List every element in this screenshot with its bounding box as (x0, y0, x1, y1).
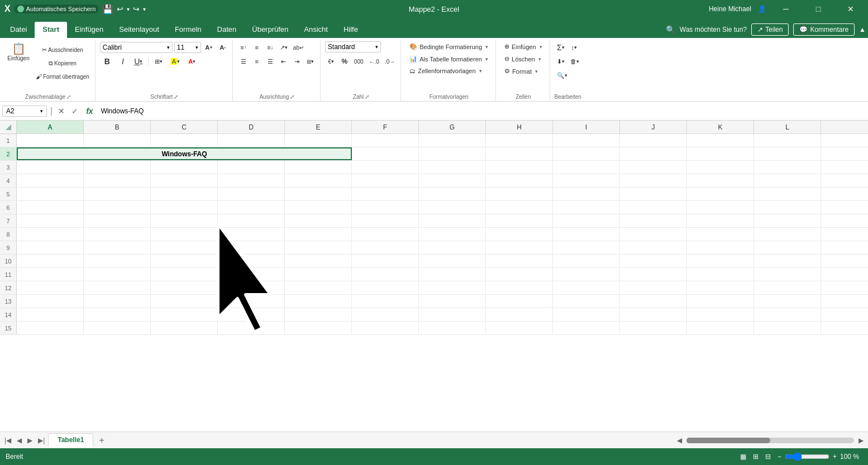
italic-button[interactable]: I (116, 55, 130, 68)
zahl-expand-icon[interactable]: ⤢ (365, 94, 369, 100)
ribbon-collapse-icon[interactable]: ▲ (859, 26, 866, 33)
row-number-2[interactable]: 2 (0, 147, 17, 160)
align-left-button[interactable]: ☰ (237, 55, 250, 68)
cell-h2[interactable] (486, 147, 553, 160)
increase-decimal-button[interactable]: ←.0 (367, 55, 381, 68)
summe-button[interactable]: Σ▾ (555, 41, 567, 54)
zoom-in-button[interactable]: + (833, 453, 837, 461)
save-icon[interactable]: 💾 (102, 4, 113, 15)
cell-j2[interactable] (620, 147, 687, 160)
row-number-5[interactable]: 5 (0, 188, 17, 200)
undo-icon[interactable]: ↩ (117, 4, 123, 13)
tab-datei[interactable]: Datei (2, 22, 35, 38)
increase-font-size-button[interactable]: A+ (203, 41, 215, 54)
borders-button[interactable]: ⊞▾ (151, 55, 166, 68)
font-size-dropdown[interactable]: 11 ▾ (174, 42, 201, 53)
row-number-10[interactable]: 10 (0, 255, 17, 267)
format-uebertragen-button[interactable]: 🖌 Format übertragen (34, 70, 92, 83)
zwischenablage-expand-icon[interactable]: ⤢ (66, 94, 71, 100)
cell-h1[interactable] (486, 134, 553, 147)
row-number-14[interactable]: 14 (0, 308, 17, 321)
col-header-j[interactable]: J (620, 121, 687, 133)
cell-k1[interactable] (687, 134, 754, 147)
search-label[interactable]: Was möchten Sie tun? (680, 26, 747, 33)
minimize-button[interactable]: ─ (773, 0, 799, 18)
layout-preview-icon[interactable]: ⊟ (765, 453, 771, 461)
row-number-12[interactable]: 12 (0, 281, 17, 294)
als-tabelle-formatieren-button[interactable]: 📊 Als Tabelle formatieren ▾ (406, 54, 492, 64)
cell-c1[interactable] (151, 134, 218, 147)
sheet-nav-prev[interactable]: ◀ (15, 435, 24, 445)
sheet-nav-last[interactable]: ▶| (36, 435, 47, 445)
kopieren-button[interactable]: ⧉ Kopieren (34, 57, 92, 69)
cell-f2[interactable] (352, 147, 419, 160)
tab-einfuegen[interactable]: Einfügen (67, 22, 111, 38)
number-format-dropdown[interactable]: Standard ▾ (325, 41, 381, 52)
col-header-l[interactable]: L (754, 121, 821, 133)
cell-i1[interactable] (553, 134, 620, 147)
cell-a3[interactable] (17, 161, 84, 174)
format-button[interactable]: ⚙ Format ▾ (500, 66, 542, 76)
tab-seitenlayout[interactable]: Seitenlayout (111, 22, 167, 38)
decrease-decimal-button[interactable]: .0→ (383, 55, 397, 68)
row-number-3[interactable]: 3 (0, 161, 17, 174)
decrease-font-size-button[interactable]: A- (217, 41, 229, 54)
einfuegen-button[interactable]: 📋 Einfügen (4, 41, 32, 63)
zellen-einfuegen-button[interactable]: ⊕ Einfügen ▾ (500, 41, 546, 52)
horizontal-scrollbar-thumb[interactable] (686, 438, 770, 443)
loeschen-bearbeiten-button[interactable]: 🗑▾ (568, 55, 581, 68)
tab-hilfe[interactable]: Hilfe (336, 22, 366, 38)
row-number-11[interactable]: 11 (0, 268, 17, 281)
confirm-formula-button[interactable]: ✓ (69, 106, 80, 117)
ausschneiden-button[interactable]: ✂ Ausschneiden (34, 44, 92, 56)
align-top-button[interactable]: ≡↑ (237, 41, 250, 54)
restore-button[interactable]: □ (805, 0, 831, 18)
sortieren-button[interactable]: ↕▾ (568, 41, 580, 54)
row-number-4[interactable]: 4 (0, 174, 17, 187)
col-header-e[interactable]: E (285, 121, 352, 133)
cell-d1[interactable] (218, 134, 285, 147)
close-button[interactable]: ✕ (838, 0, 864, 18)
font-color-button[interactable]: A▾ (184, 55, 200, 68)
cell-b1[interactable] (84, 134, 151, 147)
row-number-9[interactable]: 9 (0, 241, 17, 254)
indent-decrease-button[interactable]: ⇤ (278, 55, 290, 68)
row-number-7[interactable]: 7 (0, 214, 17, 227)
cell-e1[interactable] (285, 134, 352, 147)
fill-button[interactable]: ⬇▾ (555, 55, 567, 68)
cell-j1[interactable] (620, 134, 687, 147)
cell-g1[interactable] (419, 134, 486, 147)
zoom-level[interactable]: 100 % (840, 453, 862, 461)
cell-k2[interactable] (687, 147, 754, 160)
align-middle-button[interactable]: ≡ (251, 41, 263, 54)
text-direction-button[interactable]: ↗▾ (278, 41, 290, 54)
align-bottom-button[interactable]: ≡↓ (264, 41, 276, 54)
ausrichtung-expand-icon[interactable]: ⤢ (290, 94, 294, 100)
row-number-1[interactable]: 1 (0, 134, 17, 147)
tab-ueberpruefen[interactable]: Überprüfen (244, 22, 296, 38)
quick-access-more-icon[interactable]: ▾ (143, 6, 146, 12)
sheet-nav-first[interactable]: |◀ (2, 435, 13, 445)
layout-normal-icon[interactable]: ▦ (740, 453, 746, 461)
cell-i2[interactable] (553, 147, 620, 160)
col-header-b[interactable]: B (84, 121, 151, 133)
user-profile-icon[interactable]: 👤 (758, 5, 766, 13)
grid-container[interactable]: 1 2 Windows-FAQ (0, 134, 868, 432)
redo-icon[interactable]: ↪ (133, 4, 140, 13)
fill-color-button[interactable]: A▾ (168, 55, 183, 68)
teilen-button[interactable]: ↗ Teilen (751, 23, 789, 36)
tab-ansicht[interactable]: Ansicht (296, 22, 336, 38)
indent-increase-button[interactable]: ⇥ (291, 55, 303, 68)
row-number-6[interactable]: 6 (0, 201, 17, 214)
wrap-text-button[interactable]: ab↵ (291, 41, 306, 54)
zellenformatvorlagen-button[interactable]: 🗂 Zellenformatvorlagen ▾ (406, 66, 485, 76)
suchen-button[interactable]: 🔍▾ (555, 69, 570, 82)
bedingte-formatierung-button[interactable]: 🎨 Bedingte Formatierung ▾ (406, 41, 492, 52)
row-number-8[interactable]: 8 (0, 228, 17, 241)
font-name-dropdown[interactable]: Calibri ▾ (100, 42, 173, 53)
cell-l2[interactable] (754, 147, 821, 160)
tab-daten[interactable]: Daten (209, 22, 245, 38)
add-sheet-button[interactable]: + (94, 433, 108, 448)
bold-button[interactable]: B (100, 55, 115, 68)
underline-button[interactable]: U ▾ (131, 55, 146, 68)
